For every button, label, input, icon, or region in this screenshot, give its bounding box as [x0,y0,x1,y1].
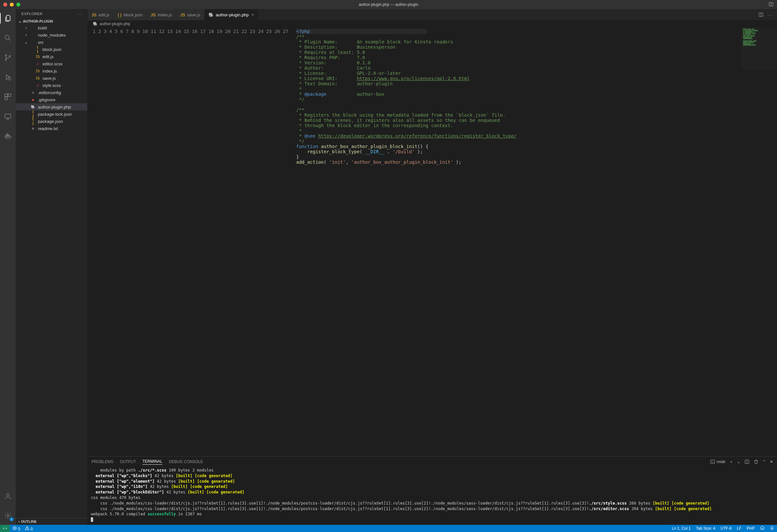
js-icon: JS [180,12,185,17]
json-icon: { } [35,45,40,54]
activity-docker[interactable] [0,129,16,142]
status-lncol[interactable]: Ln 1, Col 1 [672,526,691,531]
terminal-dropdown-icon[interactable]: ⌄ [737,459,741,464]
tree-item-label: edit.js [42,54,53,59]
new-terminal-icon[interactable]: ＋ [729,459,733,465]
maximize-window[interactable] [16,3,20,7]
status-eol[interactable]: LF [737,526,741,531]
activity-bar: 1 [0,9,16,525]
tab-save-js[interactable]: JSsave.js [177,9,205,20]
explorer-more-icon[interactable]: ··· [78,12,83,16]
status-feedback-icon[interactable] [760,526,765,531]
tab-problems[interactable]: PROBLEMS [92,459,113,464]
status-tabsize[interactable]: Tab Size: 4 [696,526,715,531]
tab-edit-js[interactable]: JSedit.js [88,9,114,20]
activity-settings[interactable]: 1 [0,509,16,522]
tab-output[interactable]: OUTPUT [120,459,136,464]
breadcrumb[interactable]: 🐘 author-plugin.php [88,20,777,27]
tab-index-js[interactable]: JSindex.js [147,9,176,20]
status-bell-icon[interactable] [770,526,774,531]
split-terminal-icon[interactable] [744,459,750,464]
tree-item-src[interactable]: ⌄src [16,38,87,46]
titlebar: author-plugin.php — author-plugin [0,0,777,9]
tree-item-style-scss[interactable]: 𝓢style.scss [16,82,87,89]
warning-icon [25,526,29,530]
activity-scm[interactable] [0,51,16,64]
tree-item-label: block.json [42,47,62,52]
tree-item--gitignore[interactable]: ◆.gitignore [16,96,87,103]
tree-item-label: node_modules [38,33,66,37]
outline-section[interactable]: › OUTLINE [16,518,87,525]
js-icon: JS [92,12,96,17]
activity-explorer[interactable] [0,12,16,25]
trash-icon[interactable] [754,459,759,464]
svg-point-2 [5,35,9,39]
activity-account[interactable] [0,490,16,503]
tree-item-package-lock-json[interactable]: { }package-lock.json [16,110,87,118]
js-icon: JS [35,55,40,59]
git-icon: ◆ [30,98,36,102]
chevron-right-icon: › [24,25,28,30]
layout-icon[interactable] [769,2,774,8]
branch-icon [4,54,12,62]
tree-item-label: package.json [38,119,63,124]
tab-block-json[interactable]: { }block.json [114,9,147,20]
search-icon [4,34,12,42]
tab-more-icon[interactable]: ··· [768,12,773,17]
split-editor-icon[interactable] [758,12,764,17]
code-content: <?php /** * Plugin Name: An example bloc… [294,27,516,456]
status-language[interactable]: PHP [747,526,755,531]
chevron-down-icon: ⌄ [18,19,22,23]
tree-item-package-json[interactable]: { }package.json [16,118,87,125]
status-warnings[interactable]: 0 [25,526,33,531]
line-gutter: 1 2 3 4 5 6 7 8 9 10 11 12 13 14 15 16 1… [88,27,294,456]
tree-item-block-json[interactable]: { }block.json [16,46,87,53]
svg-rect-22 [711,460,714,464]
tree-item-label: src [38,40,43,45]
tree-item-editor-scss[interactable]: 𝓢editor.scss [16,60,87,67]
activity-search[interactable] [0,31,16,44]
bottom-panel: PROBLEMS OUTPUT TERMINAL DEBUG CONSOLE n… [88,456,777,525]
close-icon[interactable]: × [251,12,254,17]
activity-extensions[interactable] [0,90,16,103]
svg-rect-8 [5,94,7,96]
editor-tabs: JSedit.js{ }block.jsonJSindex.jsJSsave.j… [88,9,777,20]
terminal-shell[interactable]: node [710,459,726,464]
close-window[interactable] [3,3,7,7]
chevron-right-icon: › [18,519,20,524]
tree-item-save-js[interactable]: JSsave.js [16,75,87,82]
tree-item-node-modules[interactable]: ›node_modules [16,31,87,38]
tree-item-edit-js[interactable]: JSedit.js [16,53,87,60]
panel-close-icon[interactable]: ✕ [770,459,773,464]
tab-terminal[interactable]: TERMINAL [142,459,162,465]
minimap[interactable]: █████ ████ █████ ████████ ████████ █████… [741,27,777,70]
tree-item-label: .gitignore [38,97,55,102]
activity-remote[interactable] [0,110,16,123]
chevron-right-icon: › [24,33,28,37]
js-icon: JS [35,69,40,73]
code-editor[interactable]: 1 2 3 4 5 6 7 8 9 10 11 12 13 14 15 16 1… [88,27,777,456]
tree-item-readme-txt[interactable]: ≡readme.txt [16,125,87,132]
project-header[interactable]: ⌄ AUTHOR-PLUGIN [16,18,87,24]
tree-item-author-plugin-php[interactable]: 🐘author-plugin.php [16,103,87,110]
tree-item--editorconfig[interactable]: ⚙.editorconfig [16,89,87,96]
tree-item-index-js[interactable]: JSindex.js [16,67,87,75]
tree-item-build[interactable]: ›build [16,24,87,31]
cfg-icon: ⚙ [30,91,36,95]
breadcrumb-label: author-plugin.php [100,21,130,26]
activity-debug[interactable] [0,71,16,84]
tab-debug[interactable]: DEBUG CONSOLE [169,459,203,464]
sidebar-explorer: EXPLORER ··· ⌄ AUTHOR-PLUGIN ›build›node… [16,9,88,525]
svg-point-6 [9,56,10,57]
tab-label: edit.js [98,12,109,17]
status-errors[interactable]: 0 [12,526,20,531]
tab-author-plugin-php[interactable]: 🐘author-plugin.php× [205,9,258,20]
panel-chevron-icon[interactable]: ⌃ [763,459,766,464]
extensions-icon [4,93,12,101]
terminal-output[interactable]: modules by path ./src/*.scss 100 bytes 2… [88,467,777,525]
minimize-window[interactable] [10,3,14,7]
status-encoding[interactable]: UTF-8 [720,526,732,531]
remote-indicator[interactable] [0,525,10,532]
tab-label: author-plugin.php [216,12,249,17]
remote-icon [4,112,12,120]
